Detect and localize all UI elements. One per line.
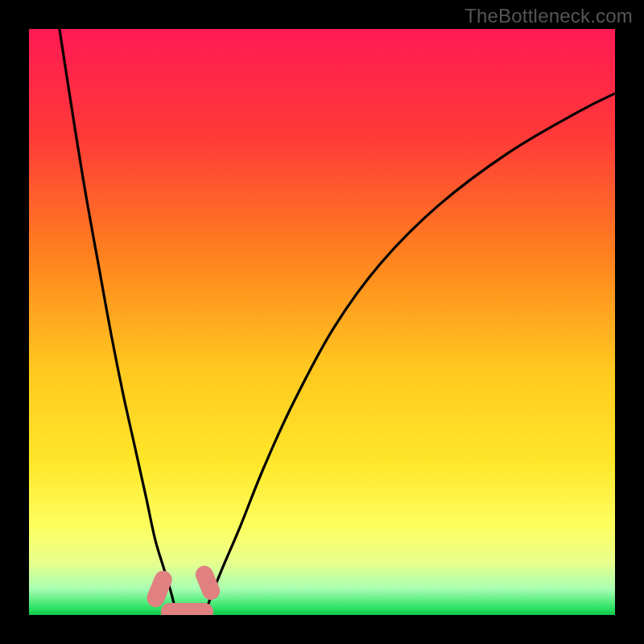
- watermark-text: TheBottleneck.com: [464, 5, 633, 27]
- curve-right-branch: [204, 93, 615, 615]
- curve-left-branch: [60, 29, 179, 615]
- marker-base-pill: [161, 603, 214, 615]
- chart-frame: TheBottleneck.com: [0, 0, 644, 644]
- plot-area: [29, 29, 615, 615]
- curve-layer: [29, 29, 615, 615]
